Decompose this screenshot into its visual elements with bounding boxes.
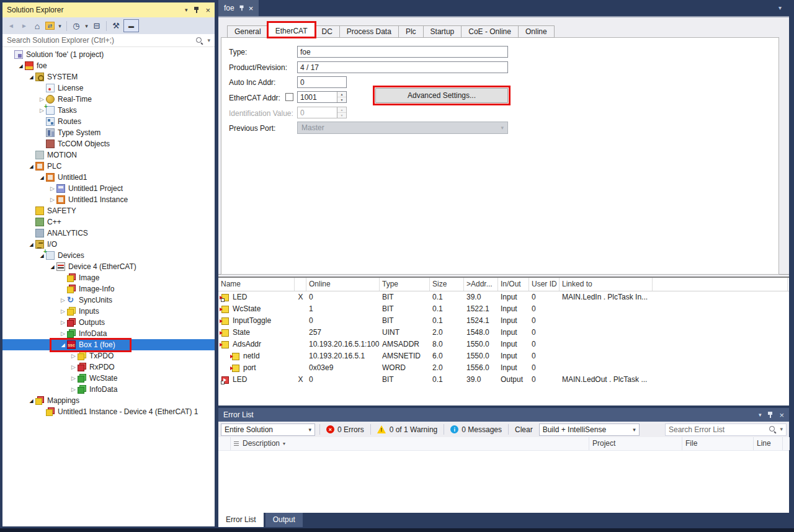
- tree-item-infodata[interactable]: ▷InfoData: [2, 328, 215, 339]
- tree-item-license[interactable]: License: [2, 82, 215, 94]
- column-header-description[interactable]: Description▾: [231, 437, 589, 450]
- tree-item-mappings[interactable]: ◢Mappings: [2, 395, 215, 406]
- tree-item-infodata[interactable]: ▷InfoData: [2, 384, 215, 395]
- close-icon[interactable]: ×: [779, 411, 784, 419]
- history-icon[interactable]: [71, 20, 82, 32]
- tree-item-txpdo[interactable]: ▷TxPDO: [2, 350, 215, 361]
- tab-dc[interactable]: DC: [314, 25, 340, 38]
- scope-filter-dropdown[interactable]: Entire Solution ▾: [221, 423, 315, 436]
- caret-icon[interactable]: [57, 20, 63, 32]
- tree-item-i-o[interactable]: ◢I/O: [2, 239, 215, 250]
- search-icon[interactable]: [769, 425, 777, 433]
- errors-filter-button[interactable]: × 0 Errors: [324, 425, 366, 434]
- tree-item-routes[interactable]: Routes: [2, 116, 215, 127]
- expander-collapsed-icon[interactable]: ▷: [69, 386, 78, 392]
- tree-item-real-time[interactable]: ▷Real-Time: [2, 94, 215, 105]
- search-options-chevron-icon[interactable]: ▾: [780, 427, 783, 432]
- tree-item-wcstate[interactable]: ▷WcState: [2, 373, 215, 384]
- advanced-settings-button[interactable]: Advanced Settings...: [375, 88, 508, 103]
- panel-tab-output[interactable]: Output: [265, 513, 303, 527]
- grid-row-inputtoggle[interactable]: InputToggle0BIT0.11524.1Input0: [218, 315, 789, 327]
- tab-coe-online[interactable]: CoE - Online: [461, 25, 519, 38]
- column-header-size[interactable]: Size: [430, 278, 464, 291]
- tree-item-safety[interactable]: SAFETY: [2, 205, 215, 216]
- tree-item-plc[interactable]: ◢PLC: [2, 161, 215, 172]
- tree-item-solution-foe-1-project[interactable]: Solution 'foe' (1 project): [2, 49, 215, 60]
- close-icon[interactable]: ×: [249, 4, 254, 12]
- expander-collapsed-icon[interactable]: ▷: [69, 353, 78, 359]
- tree-item-motion[interactable]: MOTION: [2, 149, 215, 161]
- grid-row-port[interactable]: port0x03e9WORD2.01556.0Input0: [218, 362, 789, 374]
- spin-up-icon[interactable]: ▲: [337, 92, 346, 97]
- expander-collapsed-icon[interactable]: ▷: [59, 297, 67, 303]
- tree-item-device-4-ethercat[interactable]: ◢Device 4 (EtherCAT): [2, 261, 215, 272]
- tree-item-untitled1[interactable]: ◢Untitled1: [2, 172, 215, 183]
- expander-collapsed-icon[interactable]: ▷: [69, 364, 78, 370]
- expander-expanded-icon[interactable]: ◢: [27, 164, 35, 169]
- column-header-project[interactable]: Project: [589, 437, 682, 450]
- column-header-online[interactable]: Online: [306, 278, 380, 291]
- tree-item-box-1-foe[interactable]: ◢Box 1 (foe): [2, 339, 215, 350]
- spin-down-icon[interactable]: ▼: [337, 97, 346, 102]
- tree-item-untitled1-instance-device-4-ethercat-1[interactable]: Untitled1 Instance - Device 4 (EtherCAT)…: [2, 406, 215, 417]
- expander-expanded-icon[interactable]: ◢: [27, 242, 35, 247]
- expander-collapsed-icon[interactable]: ▷: [69, 375, 78, 381]
- pin-icon[interactable]: [239, 5, 244, 11]
- ethercat-addr-checkbox[interactable]: [285, 93, 293, 101]
- column-header-blank[interactable]: [295, 278, 306, 291]
- error-search-input[interactable]: Search Error List: [669, 425, 765, 434]
- column-header-name[interactable]: Name: [218, 278, 295, 291]
- expander-collapsed-icon[interactable]: ▷: [48, 185, 56, 192]
- expander-expanded-icon[interactable]: ◢: [17, 63, 25, 69]
- column-header-type[interactable]: Type: [380, 278, 430, 291]
- tree-item-type-system[interactable]: Type System: [2, 127, 215, 138]
- grid-row-netid[interactable]: netId10.193.20.16.5.1AMSNETID6.01550.0In…: [218, 350, 789, 362]
- home-icon[interactable]: [32, 20, 43, 32]
- pin-icon[interactable]: [767, 411, 774, 419]
- expander-expanded-icon[interactable]: ◢: [59, 342, 67, 348]
- collapse-all-icon[interactable]: [91, 20, 102, 32]
- expander-expanded-icon[interactable]: ◢: [38, 175, 46, 180]
- tab-process-data[interactable]: Process Data: [339, 25, 399, 38]
- tab-general[interactable]: General: [227, 25, 269, 38]
- column-header-blank[interactable]: [653, 278, 788, 291]
- expander-collapsed-icon[interactable]: ▷: [59, 319, 67, 326]
- chevron-down-icon[interactable]: ▾: [759, 412, 762, 418]
- tree-item-devices[interactable]: ◢Devices: [2, 250, 215, 261]
- tab-online[interactable]: Online: [518, 25, 555, 38]
- tree-item-syncunits[interactable]: ▷SyncUnits: [2, 295, 215, 306]
- search-input[interactable]: Search Solution Explorer (Ctrl+;): [7, 36, 192, 45]
- search-icon[interactable]: [195, 37, 203, 45]
- close-icon[interactable]: ×: [205, 6, 210, 14]
- error-search-box[interactable]: Search Error List ▾: [665, 423, 787, 436]
- auto-inc-addr-input[interactable]: 0: [297, 76, 347, 88]
- tree-item-c[interactable]: C++: [2, 216, 215, 228]
- tree-item-image-info[interactable]: Image-Info: [2, 283, 215, 295]
- column-header-addr[interactable]: >Addr...: [464, 278, 498, 291]
- tab-startup[interactable]: Startup: [423, 25, 462, 38]
- sync-active-document-icon[interactable]: [45, 22, 55, 30]
- grid-row-adsaddr[interactable]: AdsAddr10.193.20.16.5.1:1001AMSADDR8.015…: [218, 339, 789, 350]
- clear-button[interactable]: Clear: [513, 425, 535, 434]
- product-revision-input[interactable]: 4 / 17: [297, 61, 508, 73]
- tree-item-image[interactable]: Image: [2, 272, 215, 283]
- tab-plc[interactable]: Plc: [398, 25, 424, 38]
- expander-collapsed-icon[interactable]: ▷: [59, 330, 67, 337]
- tree-item-untitled1-instance[interactable]: ▷Untitled1 Instance: [2, 194, 215, 205]
- grid-row-led[interactable]: LEDX0BIT0.139.0Input0MAIN.LedIn . PlcTas…: [218, 291, 789, 303]
- pin-icon[interactable]: [193, 6, 200, 14]
- error-icon-column-header[interactable]: [218, 437, 231, 450]
- tree-item-outputs[interactable]: ▷Outputs: [2, 317, 215, 328]
- column-header-line[interactable]: Line: [754, 437, 783, 450]
- column-header-user-id[interactable]: User ID: [529, 278, 560, 291]
- column-header-in-out[interactable]: In/Out: [498, 278, 529, 291]
- tab-overflow-chevron-icon[interactable]: ▾: [778, 4, 782, 11]
- expander-collapsed-icon[interactable]: ▷: [59, 308, 67, 314]
- expander-collapsed-icon[interactable]: ▷: [38, 96, 46, 102]
- build-intellisense-dropdown[interactable]: Build + IntelliSense ▾: [539, 423, 640, 436]
- tree-item-untitled1-project[interactable]: ▷Untitled1 Project: [2, 183, 215, 194]
- messages-filter-button[interactable]: i 0 Messages: [448, 425, 504, 434]
- search-box[interactable]: Search Solution Explorer (Ctrl+;) ▾: [2, 34, 215, 47]
- forward-icon[interactable]: [19, 20, 30, 32]
- tree-item-system[interactable]: ◢SYSTEM: [2, 71, 215, 82]
